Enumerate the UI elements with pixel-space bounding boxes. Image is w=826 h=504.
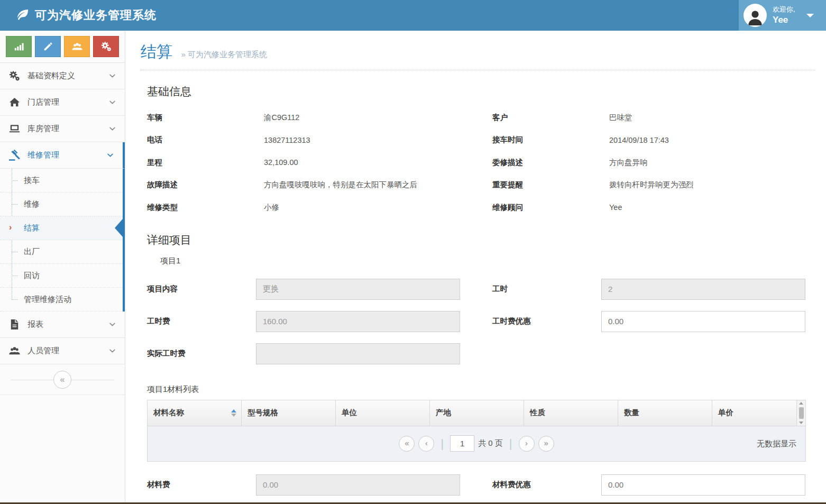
chevron-down-icon	[108, 98, 116, 106]
field-label: 工时费优惠	[460, 311, 601, 332]
section-title-basic-info: 基础信息	[147, 84, 805, 99]
column-header-unit[interactable]: 单位	[336, 400, 430, 426]
column-header-material-name[interactable]: 材料名称	[148, 400, 242, 426]
settings-tile-button[interactable]	[93, 36, 119, 57]
material-fee-discount-input[interactable]	[601, 474, 805, 496]
next-page-button[interactable]: ›	[519, 436, 535, 452]
sidebar-item-label: 人员管理	[27, 346, 59, 356]
team-tile-button[interactable]	[64, 36, 90, 57]
field-label: 重要提醒	[492, 180, 609, 190]
sidebar-item-settlement[interactable]: › 结算	[0, 216, 123, 240]
stats-tile-button[interactable]	[6, 36, 32, 57]
field-label: 工时费	[147, 311, 256, 332]
scrollbar-thumb[interactable]	[799, 407, 804, 419]
main-content: 结算 » 可为汽修业务管理系统 基础信息 车辆 渝C9G112 客户 巴味堂 电…	[126, 31, 826, 504]
field-value: 拨转向杆时异响更为强烈	[609, 180, 805, 190]
sort-icon[interactable]	[231, 409, 236, 417]
sidebar-item-label: 门店管理	[27, 97, 59, 107]
item-subtitle: 项目1	[160, 256, 805, 266]
sidebar-item-label: 结算	[24, 223, 40, 233]
scroll-down-icon[interactable]	[799, 421, 803, 424]
materials-list-title: 项目1材料列表	[147, 384, 805, 395]
sidebar-item-receive-car[interactable]: 接车	[0, 169, 123, 193]
material-fee-input[interactable]	[256, 474, 460, 496]
field-value: 13827112313	[264, 136, 492, 144]
page-number-input[interactable]	[450, 435, 474, 452]
leaf-icon	[15, 8, 30, 23]
home-icon	[8, 96, 21, 108]
sidebar-item-repair[interactable]: 维修管理	[0, 142, 125, 169]
sidebar-item-follow-up[interactable]: 回访	[0, 264, 123, 288]
form-row: 实际工时费	[147, 343, 805, 364]
field-label: 维修类型	[147, 203, 264, 213]
field-label: 里程	[147, 158, 264, 168]
form-row: 工时费 工时费优惠	[147, 311, 805, 332]
column-header-nature[interactable]: 性质	[524, 400, 618, 426]
user-menu[interactable]: 欢迎你, Yee	[739, 0, 826, 31]
sidebar-item-label: 回访	[24, 271, 40, 281]
field-label: 客户	[492, 113, 609, 123]
field-label: 材料费	[147, 474, 256, 496]
chevron-down-icon	[106, 151, 114, 159]
top-header: 可为汽修业务管理系统 欢迎你, Yee	[0, 0, 826, 31]
sidebar-item-label: 库房管理	[27, 124, 59, 134]
sidebar-item-personnel[interactable]: 人员管理	[0, 338, 125, 364]
person-icon	[746, 8, 765, 27]
field-label: 项目内容	[147, 279, 256, 300]
sidebar-item-repair-work[interactable]: 维修	[0, 193, 123, 216]
sidebar-item-reports[interactable]: 报表	[0, 311, 125, 338]
column-header-unit-price[interactable]: 单价	[712, 400, 796, 426]
total-pages-label: 共 0 页	[478, 438, 503, 448]
materials-table-header: 材料名称 型号规格 单位 产地 性质 数量 单价	[147, 400, 806, 426]
column-header-model-spec[interactable]: 型号规格	[242, 400, 336, 426]
item-content-input[interactable]	[256, 279, 460, 300]
pager-divider: |	[440, 437, 444, 451]
actual-labor-fee-input[interactable]	[256, 343, 460, 364]
chevron-down-icon	[108, 72, 116, 80]
sidebar-collapse-row: «	[0, 364, 125, 395]
field-value: Yee	[609, 203, 805, 212]
gears-icon	[8, 70, 21, 82]
labor-fee-input[interactable]	[256, 311, 460, 332]
field-value: 巴味堂	[609, 113, 805, 123]
users-icon	[8, 345, 21, 357]
field-label: 接车时间	[492, 135, 609, 145]
quick-tiles	[0, 31, 125, 63]
gavel-icon	[8, 149, 21, 161]
work-hours-input[interactable]	[601, 279, 805, 300]
last-page-button[interactable]: »	[538, 436, 554, 452]
first-page-button[interactable]: «	[399, 436, 415, 452]
vertical-scrollbar[interactable]	[796, 400, 805, 426]
field-label: 实际工时费	[147, 343, 256, 364]
labor-fee-discount-input[interactable]	[601, 311, 805, 332]
column-header-origin[interactable]: 产地	[430, 400, 524, 426]
edit-tile-button[interactable]	[35, 36, 61, 57]
scroll-up-icon[interactable]	[799, 402, 803, 405]
sidebar-item-leave-factory[interactable]: 出厂	[0, 240, 123, 264]
materials-pagination: « ‹ | 共 0 页 | › » 无数据显示	[147, 426, 806, 462]
breadcrumb-path: » 可为汽修业务管理系统	[181, 50, 267, 59]
chevron-down-icon	[108, 320, 116, 328]
chevron-down-icon	[108, 347, 116, 355]
chevron-down-icon	[108, 125, 116, 133]
user-greeting: 欢迎你, Yee	[773, 5, 795, 25]
sidebar-item-label: 报表	[27, 319, 43, 329]
pager-divider: |	[509, 437, 512, 451]
repair-submenu: 接车 维修 › 结算 出厂 回访 管理维修活动	[0, 169, 125, 311]
welcome-text: 欢迎你,	[773, 5, 795, 14]
laptop-icon	[8, 123, 21, 135]
sidebar-item-warehouse[interactable]: 库房管理	[0, 116, 125, 142]
field-label: 电话	[147, 135, 264, 145]
previous-page-button[interactable]: ‹	[418, 436, 434, 452]
sidebar: 基础资料定义 门店管理 库房管理 维修管理	[0, 31, 125, 504]
collapse-sidebar-button[interactable]: «	[53, 371, 71, 389]
users-icon	[71, 41, 83, 52]
avatar	[744, 4, 767, 27]
section-title-detail-items: 详细项目	[147, 233, 805, 248]
sidebar-item-manage-activities[interactable]: 管理维修活动	[0, 288, 123, 311]
field-label: 故障描述	[147, 180, 264, 190]
column-header-quantity[interactable]: 数量	[618, 400, 712, 426]
report-icon	[8, 318, 21, 331]
sidebar-item-store[interactable]: 门店管理	[0, 89, 125, 116]
sidebar-item-base-data[interactable]: 基础资料定义	[0, 63, 125, 89]
